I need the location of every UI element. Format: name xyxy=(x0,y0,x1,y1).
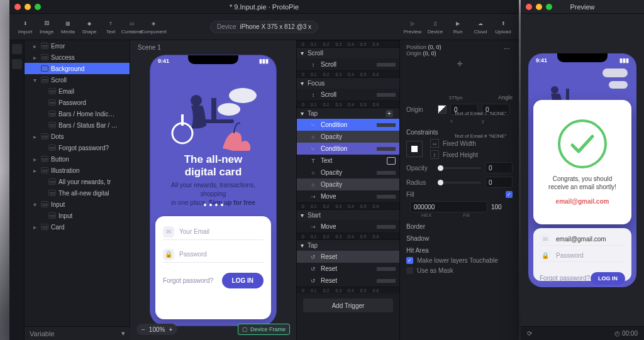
zoom-in-icon[interactable]: + xyxy=(169,326,172,333)
timeline-bar[interactable] xyxy=(377,135,396,139)
add-action-icon[interactable]: + xyxy=(386,110,393,118)
origin-grid[interactable] xyxy=(438,105,447,114)
zoom-out-icon[interactable]: − xyxy=(142,326,145,333)
close-icon[interactable] xyxy=(526,4,532,10)
timeline-bar[interactable] xyxy=(377,183,396,187)
action-move[interactable]: ⇢Move xyxy=(297,190,399,202)
mask-check[interactable]: ✓ xyxy=(406,267,413,274)
refresh-icon[interactable]: ⟳ xyxy=(527,330,532,337)
fill-toggle[interactable]: ✓ xyxy=(506,191,513,198)
password-field[interactable]: 🔒 Password xyxy=(163,246,264,263)
touchable-check[interactable]: ✓ xyxy=(406,257,413,264)
layer-row[interactable]: ▸▭Success xyxy=(25,52,130,63)
constraint-box[interactable] xyxy=(406,141,423,157)
timeline-bar[interactable] xyxy=(377,93,396,97)
action-reset[interactable]: ↺Reset xyxy=(297,275,399,287)
trigger-group-scroll[interactable]: ▾Scroll xyxy=(297,47,399,58)
layer-row[interactable]: ▾▭Input xyxy=(25,199,130,210)
device-selector[interactable]: Device iPhone X 375 x 812 @3 x xyxy=(210,21,318,33)
add-trigger-button[interactable]: Add Trigger xyxy=(303,299,393,312)
action-condition[interactable]: ⤷Condition xyxy=(297,119,399,131)
zoom-control[interactable]: − 100% + xyxy=(136,324,177,335)
action-scroll[interactable]: ↕Scroll xyxy=(297,89,399,101)
action-condition[interactable]: ⤷Condition xyxy=(297,143,399,155)
maximize-icon[interactable] xyxy=(35,4,41,10)
timeline-bar[interactable] xyxy=(377,279,396,283)
layer-row[interactable]: ▭The all-new digital xyxy=(25,187,130,199)
canvas[interactable]: Scene 1 9:41 ▮▮▮ xyxy=(130,40,296,340)
tool-cloud[interactable]: ☁Cloud xyxy=(470,19,491,35)
radius-value[interactable]: 0 xyxy=(485,177,513,188)
action-opacity[interactable]: ○Opacity xyxy=(297,131,399,143)
maximize-icon[interactable] xyxy=(546,4,552,10)
fill-alpha[interactable]: 100 xyxy=(491,204,513,211)
tool-preview[interactable]: ▷Preview xyxy=(402,19,423,35)
device-frame-canvas[interactable]: 9:41 ▮▮▮ xyxy=(150,55,276,326)
tool-media[interactable]: ▦Media xyxy=(57,19,79,35)
origin-cross-icon[interactable]: ✢ xyxy=(457,60,462,67)
layer-row[interactable]: ▸▭Card xyxy=(25,221,130,233)
minimize-icon[interactable] xyxy=(536,4,542,10)
tool-component[interactable]: ◈Component xyxy=(143,19,164,35)
action-move[interactable]: ⇢Move xyxy=(297,221,399,233)
timeline-bar[interactable] xyxy=(377,195,396,199)
tool-container[interactable]: ▭Container xyxy=(121,19,143,35)
action-opacity[interactable]: ○Opacity xyxy=(297,167,399,178)
forgot-link[interactable]: Forgot password? xyxy=(540,275,590,282)
action-scroll[interactable]: ↕Scroll xyxy=(297,58,399,70)
tool-import[interactable]: ⬇Import xyxy=(14,19,36,35)
fixed-height-icon[interactable]: ↕ xyxy=(430,150,439,159)
trigger-group-focus[interactable]: ▾Focus xyxy=(297,77,399,89)
radius-slider[interactable] xyxy=(438,182,481,184)
trigger-group-tap[interactable]: ▾Tap xyxy=(297,239,399,251)
trigger-group-start[interactable]: ▾Start xyxy=(297,209,399,221)
login-button[interactable]: LOG IN xyxy=(222,273,264,288)
tool-device[interactable]: ▯Device xyxy=(425,19,446,35)
timeline-bar[interactable] xyxy=(377,255,396,259)
fixed-width-icon[interactable]: ↔ xyxy=(430,139,439,148)
close-icon[interactable] xyxy=(14,4,21,10)
layer-row[interactable]: ▭All your rewards, tr xyxy=(25,176,130,187)
tool-shape[interactable]: ◆Shape xyxy=(79,19,100,35)
trigger-group-tap[interactable]: ▾Tap+ xyxy=(297,107,399,119)
email-field[interactable]: ✉email@gmail.com xyxy=(540,233,625,246)
preview-device[interactable]: 9:41▮▮▮ Congrats, you should receive an … xyxy=(528,53,636,287)
layer-row[interactable]: ▭Email xyxy=(25,85,130,97)
timeline-bar[interactable] xyxy=(377,123,396,127)
rail-tab-2[interactable] xyxy=(12,59,22,69)
chevron-down-icon[interactable]: ▾ xyxy=(121,329,125,337)
tool-image[interactable]: 🖼Image xyxy=(36,19,57,35)
tool-upload[interactable]: ⬆Upload xyxy=(492,19,514,35)
timeline-bar[interactable] xyxy=(377,171,396,175)
layer-row[interactable]: ▭Input xyxy=(25,210,130,221)
forgot-link[interactable]: Forgot password? xyxy=(163,277,213,284)
layer-row[interactable]: ▾▭Scroll xyxy=(25,74,130,85)
login-button[interactable]: LOG IN xyxy=(591,272,625,285)
email-field[interactable]: ✉ Your Email xyxy=(163,224,264,240)
timeline-bar[interactable] xyxy=(377,267,396,271)
tool-text[interactable]: TText xyxy=(100,19,121,35)
layer-row[interactable]: ▭Bars / Status Bar / … xyxy=(25,119,130,131)
more-icon[interactable]: ⋯ xyxy=(504,45,510,52)
timeline-bar[interactable] xyxy=(377,63,396,67)
fill-hex[interactable]: 000000 xyxy=(410,201,487,212)
device-frame-toggle[interactable]: ▢ Device Frame xyxy=(238,324,290,335)
action-opacity[interactable]: ○Opacity xyxy=(297,178,399,190)
layer-row[interactable]: ▭Forgot password? xyxy=(25,142,130,153)
tool-run[interactable]: ▶Run xyxy=(447,19,469,35)
timeline-bar[interactable] xyxy=(377,225,396,229)
opacity-slider[interactable] xyxy=(438,167,481,169)
layer-row[interactable]: ▸▭Illustration xyxy=(25,165,130,176)
action-reset[interactable]: ↺Reset xyxy=(297,263,399,275)
action-text[interactable]: TText xyxy=(297,155,399,167)
action-reset[interactable]: ↺Reset xyxy=(297,251,399,263)
minimize-icon[interactable] xyxy=(25,4,31,10)
timeline-bar[interactable] xyxy=(377,147,396,151)
layer-footer[interactable]: Variable▾ xyxy=(25,326,130,340)
traffic-lights[interactable] xyxy=(14,4,41,10)
password-field[interactable]: 🔒Password xyxy=(540,250,625,262)
opacity-value[interactable]: 0 xyxy=(485,162,513,173)
layer-row[interactable]: ▸▭Error xyxy=(25,40,130,52)
rail-tab-1[interactable] xyxy=(12,44,22,54)
layer-row[interactable]: ▭Bars / Home Indic… xyxy=(25,108,130,119)
